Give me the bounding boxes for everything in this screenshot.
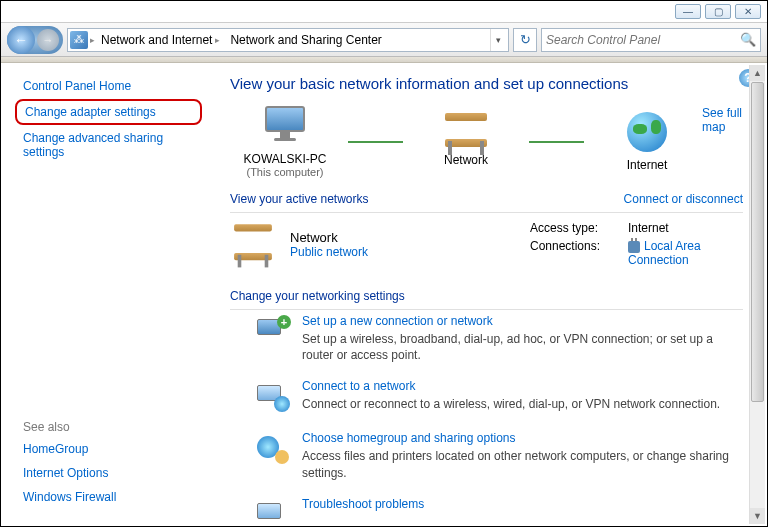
- see-full-map-link[interactable]: See full map: [702, 106, 743, 134]
- task-description: Set up a wireless, broadband, dial-up, a…: [302, 331, 743, 363]
- search-input[interactable]: [546, 33, 740, 47]
- location-icon: ⁂: [70, 31, 88, 49]
- sidebar: Control Panel Home Change adapter settin…: [1, 63, 206, 526]
- breadcrumb-level2[interactable]: Network and Sharing Center: [226, 29, 385, 51]
- change-settings-header: Change your networking settings: [230, 289, 405, 303]
- search-box[interactable]: 🔍: [541, 28, 761, 52]
- task-new-connection[interactable]: + Set up a new connection or network Set…: [254, 314, 743, 363]
- chevron-right-icon: ▸: [90, 35, 95, 45]
- map-node-network-label: Network: [444, 153, 488, 167]
- back-button[interactable]: ←: [7, 26, 35, 54]
- active-networks-header: View your active networks: [230, 192, 369, 206]
- windows-firewall-link[interactable]: Windows Firewall: [23, 490, 194, 504]
- search-icon: 🔍: [740, 32, 756, 47]
- vertical-scrollbar[interactable]: ▲ ▼: [749, 65, 765, 524]
- active-network-row: Network Public network Access type: Inte…: [230, 213, 743, 275]
- task-link[interactable]: Connect to a network: [302, 379, 720, 393]
- see-also-header: See also: [23, 420, 194, 434]
- connections-label: Connections:: [530, 239, 620, 267]
- nav-back-forward: ← →: [7, 26, 63, 54]
- task-description: Connect or reconnect to a wireless, wire…: [302, 396, 720, 412]
- address-dropdown[interactable]: ▾: [490, 29, 506, 51]
- task-link[interactable]: Troubleshoot problems: [302, 497, 424, 511]
- task-link[interactable]: Choose homegroup and sharing options: [302, 431, 743, 445]
- computer-icon: [261, 106, 309, 146]
- network-icon: [232, 228, 273, 260]
- change-adapter-settings-link[interactable]: Change adapter settings: [25, 105, 156, 119]
- map-node-computer-label: KOWALSKI-PC: [244, 152, 327, 166]
- network-icon: [442, 117, 490, 147]
- map-node-internet-label: Internet: [627, 158, 668, 172]
- map-node-network[interactable]: Network: [411, 117, 521, 167]
- troubleshoot-icon: [257, 503, 287, 526]
- connect-network-icon: [257, 385, 287, 409]
- map-node-computer[interactable]: KOWALSKI-PC (This computer): [230, 106, 340, 178]
- map-connector: [348, 141, 403, 143]
- network-map: KOWALSKI-PC (This computer) Network Inte…: [230, 106, 702, 178]
- network-location-link[interactable]: Public network: [290, 245, 368, 259]
- active-network-name: Network: [290, 230, 368, 245]
- task-connect-network[interactable]: Connect to a network Connect or reconnec…: [254, 379, 743, 415]
- task-homegroup[interactable]: Choose homegroup and sharing options Acc…: [254, 431, 743, 480]
- main-content: ? View your basic network information an…: [206, 63, 767, 526]
- task-link[interactable]: Set up a new connection or network: [302, 314, 743, 328]
- control-panel-home-link[interactable]: Control Panel Home: [23, 79, 194, 93]
- minimize-button[interactable]: —: [675, 4, 701, 19]
- maximize-button[interactable]: ▢: [705, 4, 731, 19]
- page-title: View your basic network information and …: [230, 75, 743, 92]
- homegroup-link[interactable]: HomeGroup: [23, 442, 194, 456]
- scroll-up-arrow[interactable]: ▲: [750, 65, 765, 81]
- map-node-internet[interactable]: Internet: [592, 112, 702, 172]
- internet-icon: [627, 112, 667, 152]
- map-connector: [529, 141, 584, 143]
- internet-options-link[interactable]: Internet Options: [23, 466, 194, 480]
- homegroup-icon: [257, 436, 287, 462]
- nav-bar: ← → ⁂ ▸ Network and Internet▸ Network an…: [1, 23, 767, 57]
- refresh-button[interactable]: ↻: [513, 28, 537, 52]
- ethernet-icon: [628, 241, 640, 253]
- close-button[interactable]: ✕: [735, 4, 761, 19]
- forward-button[interactable]: →: [37, 29, 59, 51]
- titlebar: — ▢ ✕: [1, 1, 767, 23]
- connect-disconnect-link[interactable]: Connect or disconnect: [624, 192, 743, 206]
- highlight-annotation: Change adapter settings: [15, 99, 202, 125]
- breadcrumb-level1[interactable]: Network and Internet▸: [97, 29, 224, 51]
- chevron-right-icon: ▸: [215, 35, 220, 45]
- scroll-thumb[interactable]: [751, 82, 764, 402]
- address-bar[interactable]: ⁂ ▸ Network and Internet▸ Network and Sh…: [67, 28, 509, 52]
- new-connection-icon: +: [257, 319, 287, 345]
- access-type-value: Internet: [628, 221, 743, 235]
- map-node-computer-sublabel: (This computer): [246, 166, 323, 178]
- task-description: Access files and printers located on oth…: [302, 448, 743, 480]
- scroll-down-arrow[interactable]: ▼: [750, 508, 765, 524]
- access-type-label: Access type:: [530, 221, 620, 235]
- change-advanced-sharing-link[interactable]: Change advanced sharing settings: [23, 131, 194, 159]
- task-troubleshoot[interactable]: Troubleshoot problems: [254, 497, 743, 526]
